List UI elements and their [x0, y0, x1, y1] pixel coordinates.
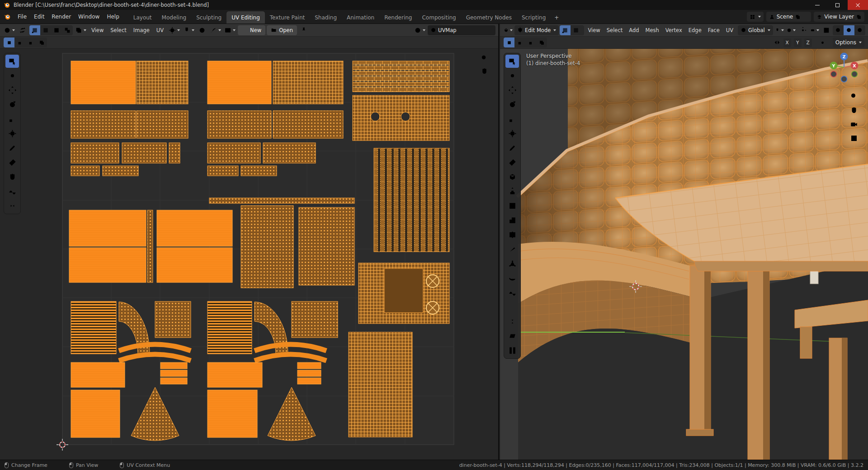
tool-options-dropdown[interactable]: Options [833, 38, 864, 47]
new-image-button[interactable]: New [238, 25, 265, 35]
tool-spin[interactable] [505, 272, 519, 285]
vp-menu-vertex[interactable]: Vertex [663, 26, 685, 35]
menu-file[interactable]: File [14, 12, 30, 22]
tool-select-box[interactable] [5, 55, 19, 68]
pan-hand-icon[interactable] [850, 106, 858, 114]
tab-texture-paint[interactable]: Texture Paint [265, 11, 310, 24]
mirror-z-toggle[interactable]: Z [804, 38, 812, 47]
tool-edge-slide[interactable] [505, 301, 519, 314]
vp-menu-add[interactable]: Add [626, 26, 642, 35]
vp-boxselect-mode-extend[interactable] [514, 38, 525, 47]
uv-pivot-dropdown[interactable] [168, 25, 181, 35]
vp-boxselect-mode-new[interactable] [504, 38, 514, 47]
display-channels-dropdown[interactable] [413, 25, 426, 35]
pin-image-toggle[interactable] [298, 25, 309, 35]
uv-boxselect-mode-new[interactable] [4, 38, 14, 47]
tool-rip-region[interactable] [505, 344, 519, 357]
uv-menu-view[interactable]: View [89, 26, 106, 35]
uv-proportional-editing-toggle[interactable] [197, 25, 208, 35]
uvmap-field[interactable]: UVMap [428, 25, 495, 35]
tool-measure[interactable] [5, 156, 19, 169]
show-overlays-toggle[interactable] [809, 25, 820, 35]
tool-shrink-fatten[interactable] [505, 315, 519, 328]
tool-transform[interactable] [5, 127, 19, 140]
tool-rotate[interactable] [505, 98, 519, 111]
tool-grab[interactable] [5, 170, 19, 183]
tab-animation[interactable]: Animation [342, 11, 379, 24]
tool-inset-faces[interactable] [505, 199, 519, 212]
uv-select-mode-island[interactable] [62, 25, 73, 35]
tool-bevel[interactable] [505, 214, 519, 227]
tool-shear[interactable] [505, 329, 519, 343]
blender-menu-icon[interactable] [4, 13, 11, 20]
scene-browse-dropdown[interactable] [747, 12, 764, 22]
vp-menu-uv[interactable]: UV [723, 26, 736, 35]
tab-uv-editing[interactable]: UV Editing [226, 11, 265, 24]
ortho-toggle-icon[interactable] [850, 134, 858, 142]
shading-material[interactable] [854, 25, 865, 35]
mesh-select-mode-edge[interactable] [571, 25, 581, 35]
tool-select-box[interactable] [505, 55, 519, 68]
add-workspace-button[interactable]: + [551, 11, 562, 24]
uv-menu-uv[interactable]: UV [154, 26, 166, 35]
tab-modeling[interactable]: Modeling [157, 11, 192, 24]
tool-cursor[interactable] [505, 69, 519, 82]
view-layer-selector[interactable]: View Layer [814, 12, 864, 22]
tool-annotate[interactable] [505, 141, 519, 155]
tab-rendering[interactable]: Rendering [379, 11, 417, 24]
vp-menu-edge[interactable]: Edge [686, 26, 704, 35]
minimize-button[interactable] [807, 0, 827, 10]
proportional-editing-toggle[interactable] [786, 25, 797, 35]
show-gizmo-toggle[interactable] [797, 25, 808, 35]
tool-knife[interactable] [505, 243, 519, 256]
menu-render[interactable]: Render [48, 12, 75, 22]
uv-select-mode-vertex[interactable] [29, 25, 40, 35]
unlink-scene-icon[interactable] [802, 14, 808, 20]
close-button[interactable] [848, 0, 868, 10]
tool-pinch[interactable] [5, 199, 19, 212]
transform-orientation-selector[interactable]: Global [738, 25, 773, 35]
mesh-select-mode-vertex[interactable] [560, 25, 571, 35]
tool-transform[interactable] [505, 127, 519, 140]
mode-selector[interactable]: Edit Mode [514, 25, 559, 35]
uv-menu-image[interactable]: Image [131, 26, 152, 35]
tool-move[interactable] [505, 84, 519, 97]
mesh-select-mode-face[interactable] [581, 25, 584, 35]
tab-compositing[interactable]: Compositing [417, 11, 461, 24]
vp-menu-view[interactable]: View [585, 26, 603, 35]
maximize-button[interactable] [827, 0, 848, 10]
shading-solid[interactable] [844, 25, 854, 35]
tool-measure[interactable] [505, 156, 519, 169]
tool-rotate[interactable] [5, 98, 19, 111]
menu-edit[interactable]: Edit [30, 12, 48, 22]
vp-menu-face[interactable]: Face [705, 26, 722, 35]
vp-menu-select[interactable]: Select [604, 26, 625, 35]
menu-window[interactable]: Window [75, 12, 103, 22]
viewport-canvas[interactable]: User Perspective (1) diner-booth-set-4 [500, 49, 868, 460]
vp-boxselect-mode-subtract[interactable] [525, 38, 536, 47]
snap-toggle[interactable] [774, 25, 785, 35]
tab-shading[interactable]: Shading [310, 11, 342, 24]
uv-editor-type-selector[interactable] [3, 25, 16, 35]
tool-cursor[interactable] [5, 69, 19, 82]
shading-wireframe[interactable] [833, 25, 844, 35]
uv-boxselect-mode-intersect[interactable] [36, 38, 47, 47]
open-image-button[interactable]: Open [267, 25, 297, 35]
tool-poly-build[interactable] [505, 257, 519, 270]
uv-snap-toggle[interactable] [182, 25, 195, 35]
scene-selector[interactable]: Scene [766, 12, 811, 22]
new-scene-icon[interactable] [795, 14, 801, 20]
tool-smooth[interactable] [505, 286, 519, 299]
zoom-icon[interactable] [850, 92, 858, 100]
uv-boxselect-mode-subtract[interactable] [25, 38, 36, 47]
tool-move[interactable] [5, 84, 19, 97]
tool-loop-cut[interactable] [505, 228, 519, 241]
uv-sync-selection-toggle[interactable] [17, 25, 28, 35]
vp-boxselect-mode-intersect[interactable] [536, 38, 547, 47]
tool-scale[interactable] [5, 113, 19, 126]
tab-geometry-nodes[interactable]: Geometry Nodes [461, 11, 517, 24]
tool-relax[interactable] [5, 185, 19, 198]
uv-boxselect-mode-extend[interactable] [14, 38, 25, 47]
mirror-x-toggle[interactable]: X [783, 38, 791, 47]
uv-select-mode-edge[interactable] [40, 25, 51, 35]
